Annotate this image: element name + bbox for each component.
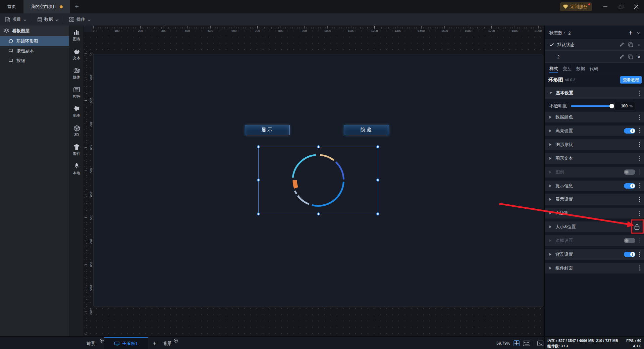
console-icon[interactable] [537, 341, 543, 346]
minimize-button[interactable] [598, 0, 613, 13]
size-position-lock-icon[interactable] [634, 224, 640, 230]
section-menu-icon[interactable] [639, 169, 640, 174]
svg-text:1400: 1400 [418, 29, 425, 33]
svg-text:1600: 1600 [465, 29, 472, 33]
component-category-chart[interactable]: 图表 [69, 26, 84, 45]
menu-operation[interactable]: 操作 [64, 16, 96, 23]
tab-data[interactable]: 数据 [576, 64, 585, 73]
selection-handle[interactable] [257, 212, 260, 215]
layer-item[interactable]: 按钮副本 [0, 46, 69, 56]
zoom-level[interactable]: 69.79% [496, 341, 510, 346]
add-background-icon[interactable] [174, 339, 178, 343]
section-menu-icon[interactable] [639, 211, 640, 216]
section-row-11[interactable]: 背景设置 [545, 249, 644, 260]
section-toggle-off[interactable] [624, 238, 635, 243]
hide-button[interactable]: 隐藏 [344, 125, 389, 135]
close-button[interactable] [629, 0, 644, 13]
opacity-value-box[interactable]: 100 % [614, 102, 635, 110]
fit-screen-icon[interactable] [514, 340, 520, 346]
component-category-kit[interactable]: 套件 [69, 140, 84, 159]
component-category-local[interactable]: 本地 [69, 159, 84, 179]
selection-handle[interactable] [257, 145, 260, 148]
section-row-4[interactable]: 图形文本 [545, 153, 644, 164]
selection-handle[interactable] [376, 145, 379, 148]
horizontal-ruler: 0100200300400500600700800900100011001200… [84, 26, 544, 32]
opacity-slider-knob[interactable] [609, 104, 614, 108]
section-row-1[interactable]: 数据颜色 [545, 112, 644, 122]
section-row-2[interactable]: 高亮设置 [545, 126, 644, 136]
opacity-slider[interactable] [571, 105, 612, 107]
tab-code[interactable]: 代码 [590, 64, 598, 73]
layer-item[interactable]: 按钮 [0, 56, 69, 65]
component-category-text[interactable]: 文本 [69, 45, 84, 64]
section-row-9[interactable]: 大小&位置 [545, 221, 644, 232]
tab-interaction[interactable]: 交互 [563, 64, 572, 73]
section-menu-icon[interactable] [639, 128, 640, 133]
section-menu-icon[interactable] [639, 238, 640, 243]
selection-handle[interactable] [257, 179, 260, 182]
section-menu-icon[interactable] [639, 156, 640, 161]
component-category-widget[interactable]: 控件 [69, 83, 84, 102]
selection-handle[interactable] [317, 145, 320, 148]
selection-box[interactable] [258, 147, 378, 214]
section-row-3[interactable]: 图形形状 [545, 139, 644, 150]
show-button[interactable]: 显示 [245, 125, 290, 135]
state-row-default[interactable]: 默认状态 × [545, 39, 644, 51]
chevron-down-icon[interactable] [637, 32, 640, 34]
section-menu-icon[interactable] [639, 142, 640, 147]
state-row-2[interactable]: 2 × [545, 51, 644, 63]
section-row-12[interactable]: 组件封面 [545, 263, 644, 273]
component-category-cube[interactable]: 3D [69, 121, 84, 140]
maximize-button[interactable] [613, 0, 629, 13]
titlebar-tab[interactable]: 我的空白项目 [23, 0, 70, 13]
copy-icon[interactable] [629, 43, 633, 47]
ruler-corner [84, 26, 93, 32]
layer-item[interactable]: 基础环形图 [0, 36, 69, 46]
board-tab[interactable]: 子看板1 [104, 337, 148, 349]
background-label[interactable]: 背景 [163, 341, 172, 347]
edit-icon[interactable] [620, 54, 624, 59]
keyboard-shortcuts-icon[interactable] [523, 341, 530, 346]
section-row-7[interactable]: 展示设置 [545, 194, 644, 205]
map-icon [73, 105, 80, 112]
section-menu-icon[interactable] [639, 183, 640, 188]
tutorial-button[interactable]: 查看教程 [620, 76, 642, 84]
section-toggle-on[interactable] [624, 128, 635, 134]
section-menu-icon[interactable] [639, 115, 640, 120]
menu-project[interactable]: 项目 [0, 16, 32, 23]
caret-right-icon [549, 157, 551, 160]
section-menu-icon[interactable] [639, 252, 640, 257]
new-tab-button[interactable]: + [70, 0, 84, 13]
section-toggle-on[interactable] [624, 252, 635, 257]
edit-icon[interactable] [620, 42, 624, 47]
section-menu-icon[interactable] [639, 197, 640, 202]
section-menu-icon[interactable] [639, 265, 640, 270]
add-board-button[interactable]: + [150, 339, 159, 348]
foreground-label[interactable]: 前景 [87, 341, 95, 347]
section-row-5[interactable]: 图例 [545, 167, 644, 178]
titlebar-tab[interactable]: 首页 [0, 0, 23, 13]
section-row-8[interactable]: 内边距 [545, 208, 644, 218]
component-category-map[interactable]: 地图 [69, 102, 84, 121]
tab-style[interactable]: 样式 [549, 64, 558, 73]
section-row-6[interactable]: 提示信息 [545, 181, 644, 191]
section-row-10[interactable]: 边框设置 [545, 235, 644, 246]
svg-text:200: 200 [138, 29, 143, 33]
add-foreground-icon[interactable] [100, 339, 104, 343]
section-toggle-on[interactable] [624, 183, 635, 189]
component-category-media[interactable]: 媒体 [69, 64, 84, 83]
copy-icon[interactable] [629, 55, 633, 59]
selection-handle[interactable] [376, 212, 379, 215]
menu-data[interactable]: 数据 [32, 16, 64, 23]
section-basic-settings[interactable]: 基本设置 [545, 87, 644, 99]
selection-handle[interactable] [317, 212, 320, 215]
state-name: 默认状态 [557, 42, 575, 48]
delete-state-icon[interactable]: × [637, 54, 640, 60]
menu-label: 项目 [12, 16, 21, 22]
selection-handle[interactable] [376, 179, 379, 182]
add-state-button[interactable]: + [629, 30, 633, 36]
canvas-area[interactable]: 0100200300400500600700800900100011001200… [84, 26, 544, 336]
section-menu-icon[interactable] [639, 91, 640, 96]
custom-service-badge[interactable]: 定制服务 [560, 2, 592, 11]
section-toggle-off[interactable] [624, 169, 635, 175]
